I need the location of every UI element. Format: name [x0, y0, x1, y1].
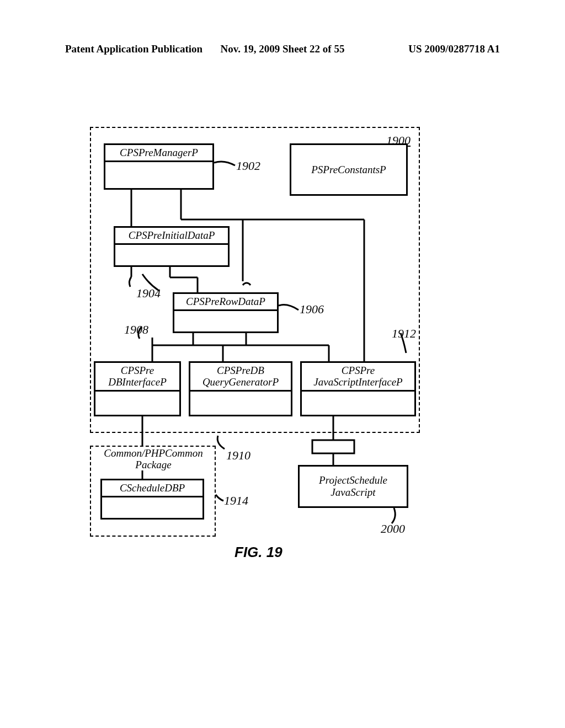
ref-1902: 1902 — [236, 159, 260, 173]
header-left: Patent Application Publication — [65, 43, 202, 55]
class-title-line2: JavaScript — [331, 486, 375, 499]
class-cpspremanagerp: CPSPreManagerP — [104, 143, 214, 190]
ref-1908: 1908 — [124, 323, 148, 337]
ref-1912: 1912 — [392, 326, 416, 341]
header-right: US 2009/0287718 A1 — [408, 43, 500, 55]
class-title: CPSPreJavaScriptInterfaceP — [302, 363, 414, 390]
class-cpsprejavascriptinterfacep: CPSPreJavaScriptInterfaceP — [300, 361, 416, 416]
class-title: CScheduleDBP — [102, 480, 202, 496]
class-title: PSPreConstantsP — [311, 164, 386, 176]
class-title-line1: ProjectSchedule — [319, 474, 387, 486]
class-projectschedule-javascript: ProjectSchedule JavaScript — [298, 465, 408, 508]
class-pspreconstantsp: PSPreConstantsP — [290, 143, 408, 196]
ref-1914: 1914 — [224, 494, 248, 508]
class-title: CPSPreInitialDataP — [115, 228, 228, 243]
ref-1904: 1904 — [136, 286, 161, 301]
class-title: CPSPreDBQueryGeneratorP — [190, 363, 291, 390]
class-title: CPSPreRowDataP — [174, 294, 277, 309]
ref-2000: 2000 — [381, 522, 405, 536]
class-cpsprerowdatap: CPSPreRowDataP — [173, 292, 279, 333]
ref-1906: 1906 — [300, 302, 324, 317]
svg-rect-19 — [312, 440, 354, 453]
figure-caption: FIG. 19 — [234, 544, 282, 561]
header-center: Nov. 19, 2009 Sheet 22 of 55 — [221, 43, 345, 55]
class-cpspredbquerygeneratorp: CPSPreDBQueryGeneratorP — [189, 361, 292, 416]
package-common-title: Common/PHPCommonPackage — [97, 448, 210, 471]
class-cpspreinitialdatap: CPSPreInitialDataP — [114, 226, 230, 267]
ref-1910: 1910 — [226, 448, 250, 463]
class-cpspredbinterfacep: CPSPreDBInterfaceP — [94, 361, 181, 416]
class-title: CPSPreDBInterfaceP — [95, 363, 179, 390]
class-cscheduledbp: CScheduleDBP — [100, 479, 204, 520]
class-title: CPSPreManagerP — [105, 145, 212, 160]
page-header: Patent Application Publication Nov. 19, … — [65, 43, 500, 55]
